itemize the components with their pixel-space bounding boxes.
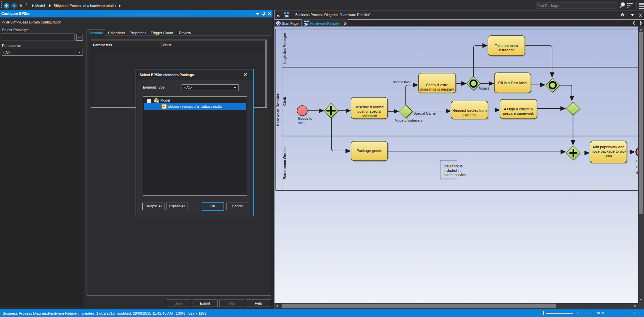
svg-text:Goods to: Goods to: [298, 116, 312, 120]
svg-text:Package goods: Package goods: [357, 149, 382, 153]
svg-text:insurance is nessary: insurance is nessary: [420, 87, 454, 91]
svg-text:Always: Always: [479, 87, 489, 90]
svg-text:carriers: carriers: [463, 113, 476, 117]
svg-text:Request quotes from: Request quotes from: [452, 108, 487, 112]
svg-text:Insurance is: Insurance is: [444, 164, 463, 168]
svg-text:move package to pick: move package to pick: [591, 149, 627, 153]
svg-text:Check if extra: Check if extra: [426, 83, 449, 87]
svg-text:Mode of delievery: Mode of delievery: [395, 118, 423, 122]
svg-text:Special Carrier: Special Carrier: [413, 111, 437, 115]
svg-text:prepare paperwork: prepare paperwork: [503, 111, 534, 115]
svg-text:Logistics Manager: Logistics Manager: [283, 33, 287, 64]
svg-text:shipment: shipment: [362, 114, 377, 118]
svg-text:insurance: insurance: [498, 48, 514, 52]
svg-text:Take out extra: Take out extra: [495, 44, 518, 48]
svg-text:Warehouse Worker: Warehouse Worker: [283, 147, 287, 179]
svg-text:Hardware Retailer: Hardware Retailer: [276, 93, 280, 126]
svg-text:Describe if normal: Describe if normal: [354, 105, 384, 109]
svg-text:post or special: post or special: [357, 109, 381, 113]
svg-text:Fill in a Post label: Fill in a Post label: [498, 81, 527, 85]
svg-text:Add paperwork and: Add paperwork and: [592, 145, 624, 149]
svg-text:area: area: [605, 154, 612, 158]
svg-text:included in: included in: [444, 168, 460, 172]
svg-text:carrier service: carrier service: [444, 173, 466, 177]
svg-text:Normal Post: Normal Post: [393, 80, 411, 84]
svg-text:ship: ship: [298, 121, 304, 125]
svg-text:Clerk: Clerk: [283, 97, 287, 106]
svg-text:Assign a carrier &: Assign a carrier &: [504, 107, 533, 111]
